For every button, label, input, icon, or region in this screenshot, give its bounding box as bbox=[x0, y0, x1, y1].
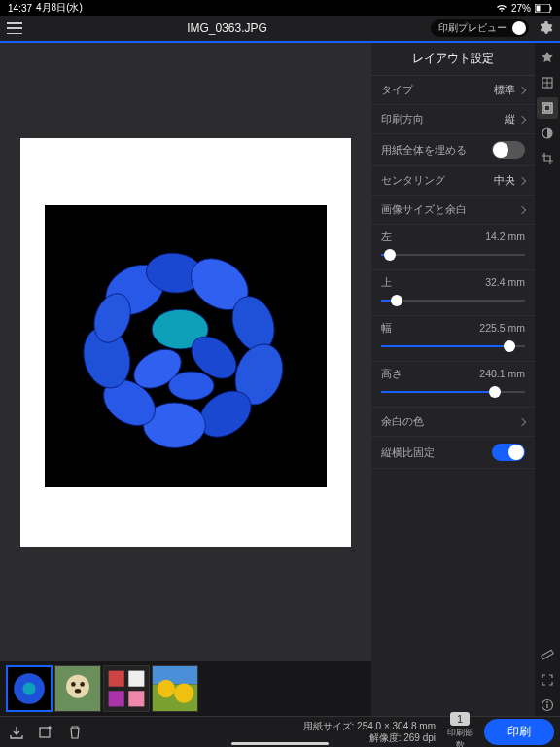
thumb-1[interactable] bbox=[6, 665, 52, 712]
slider-height[interactable]: 高さ240.1 mm bbox=[371, 362, 535, 408]
add-button[interactable] bbox=[35, 722, 56, 743]
crop-icon bbox=[541, 152, 554, 165]
thumb-2[interactable] bbox=[54, 665, 101, 712]
rail-info[interactable] bbox=[537, 694, 558, 716]
app-header: IMG_0363.JPG 印刷プレビュー bbox=[0, 16, 560, 43]
aspect-lock-label: 縦横比固定 bbox=[381, 445, 435, 460]
row-size-margin[interactable]: 画像サイズと余白 bbox=[371, 196, 535, 225]
print-paper bbox=[20, 138, 351, 547]
center-label: センタリング bbox=[381, 173, 445, 188]
res-label: 解像度: bbox=[369, 732, 402, 743]
svg-point-34 bbox=[174, 683, 193, 702]
rail-crop[interactable] bbox=[537, 72, 558, 93]
layout-icon bbox=[541, 101, 554, 115]
chevron-right-icon bbox=[518, 176, 526, 184]
trash-icon bbox=[67, 725, 83, 740]
canvas-spacer bbox=[0, 603, 371, 661]
row-centering[interactable]: センタリング 中央 bbox=[371, 166, 535, 196]
svg-rect-30 bbox=[128, 691, 144, 706]
svg-point-17 bbox=[169, 372, 214, 400]
toggle-knob bbox=[512, 21, 526, 35]
slider-width[interactable]: 幅225.5 mm bbox=[371, 316, 535, 362]
status-time: 14:37 bbox=[8, 3, 32, 14]
type-value: 標準 bbox=[494, 83, 515, 97]
row-type[interactable]: タイプ 標準 bbox=[371, 76, 535, 105]
svg-rect-31 bbox=[153, 666, 197, 684]
preview-toggle[interactable]: 印刷プレビュー bbox=[431, 19, 529, 37]
top-value: 32.4 mm bbox=[485, 276, 525, 290]
download-icon bbox=[9, 725, 24, 740]
print-info: 用紙サイズ: 254.0 × 304.8 mm 解像度: 269 dpi bbox=[303, 721, 436, 744]
svg-point-22 bbox=[66, 675, 89, 698]
home-indicator bbox=[231, 742, 329, 745]
grid-icon bbox=[541, 76, 554, 89]
row-margin-color[interactable]: 余白の色 bbox=[371, 408, 535, 437]
expand-icon bbox=[541, 673, 554, 687]
left-label: 左 bbox=[381, 231, 392, 244]
chevron-right-icon bbox=[518, 86, 526, 93]
res-value: 269 dpi bbox=[403, 732, 436, 743]
rail-filter[interactable] bbox=[537, 123, 558, 144]
canvas-zone bbox=[0, 43, 371, 716]
menu-button[interactable] bbox=[6, 19, 23, 37]
import-button[interactable] bbox=[6, 722, 27, 743]
rail-crop-tool[interactable] bbox=[537, 148, 558, 169]
width-label: 幅 bbox=[381, 322, 392, 336]
star-icon bbox=[541, 51, 554, 64]
rail-ruler[interactable] bbox=[537, 644, 558, 665]
rail-expand[interactable] bbox=[537, 669, 558, 691]
orient-value: 縦 bbox=[505, 112, 515, 126]
svg-rect-2 bbox=[550, 7, 552, 10]
delete-button[interactable] bbox=[64, 722, 86, 743]
fill-label: 用紙全体を埋める bbox=[381, 143, 467, 158]
svg-rect-1 bbox=[537, 5, 541, 11]
battery-text: 27% bbox=[511, 3, 531, 14]
panel-title: レイアウト設定 bbox=[371, 43, 535, 76]
row-fill-paper[interactable]: 用紙全体を埋める bbox=[371, 134, 535, 166]
svg-rect-29 bbox=[109, 691, 124, 706]
photo-preview bbox=[45, 205, 327, 487]
status-bar: 14:37 4月8日(水) 27% bbox=[0, 0, 560, 16]
slider-top[interactable]: 上32.4 mm bbox=[371, 270, 535, 316]
add-image-icon bbox=[38, 725, 53, 740]
svg-point-23 bbox=[71, 682, 76, 687]
print-button[interactable]: 印刷 bbox=[484, 719, 554, 745]
paper-label: 用紙サイズ: bbox=[303, 721, 355, 731]
svg-point-33 bbox=[158, 680, 175, 697]
battery-icon bbox=[535, 4, 552, 13]
rail-favorite[interactable] bbox=[537, 47, 558, 68]
center-value: 中央 bbox=[494, 173, 515, 188]
side-rail bbox=[535, 43, 560, 716]
orient-label: 印刷方向 bbox=[381, 112, 424, 126]
size-margin-label: 画像サイズと余白 bbox=[381, 202, 467, 217]
slider-left[interactable]: 左14.2 mm bbox=[371, 225, 535, 270]
chevron-right-icon bbox=[518, 115, 526, 123]
width-value: 225.5 mm bbox=[479, 322, 525, 336]
settings-button[interactable] bbox=[537, 19, 554, 37]
thumbnail-strip bbox=[0, 661, 371, 716]
svg-rect-27 bbox=[109, 671, 124, 687]
copies-count: 1 bbox=[450, 712, 470, 726]
status-date: 4月8日(水) bbox=[36, 1, 83, 15]
svg-rect-43 bbox=[546, 704, 547, 708]
copies-label: 印刷部数 bbox=[443, 727, 476, 747]
copies-control[interactable]: 1 印刷部数 bbox=[443, 712, 476, 747]
main-area: レイアウト設定 タイプ 標準 印刷方向 縦 用紙全体を埋める センタリング 中央… bbox=[0, 43, 560, 716]
paper-value: 254.0 × 304.8 mm bbox=[357, 721, 436, 731]
svg-point-44 bbox=[546, 701, 548, 703]
thumb-3[interactable] bbox=[103, 665, 150, 712]
svg-rect-28 bbox=[128, 671, 144, 687]
svg-point-25 bbox=[75, 689, 81, 694]
fill-toggle[interactable] bbox=[492, 141, 525, 159]
thumb-4[interactable] bbox=[152, 665, 198, 712]
svg-point-24 bbox=[80, 682, 85, 687]
canvas-area[interactable] bbox=[0, 43, 371, 603]
wifi-icon bbox=[496, 3, 508, 13]
rail-layout[interactable] bbox=[537, 97, 558, 119]
row-aspect-lock[interactable]: 縦横比固定 bbox=[371, 437, 535, 469]
svg-rect-39 bbox=[544, 105, 550, 111]
margin-color-label: 余白の色 bbox=[381, 414, 424, 429]
row-orientation[interactable]: 印刷方向 縦 bbox=[371, 105, 535, 134]
svg-rect-45 bbox=[40, 728, 50, 737]
aspect-lock-toggle[interactable] bbox=[492, 444, 525, 461]
